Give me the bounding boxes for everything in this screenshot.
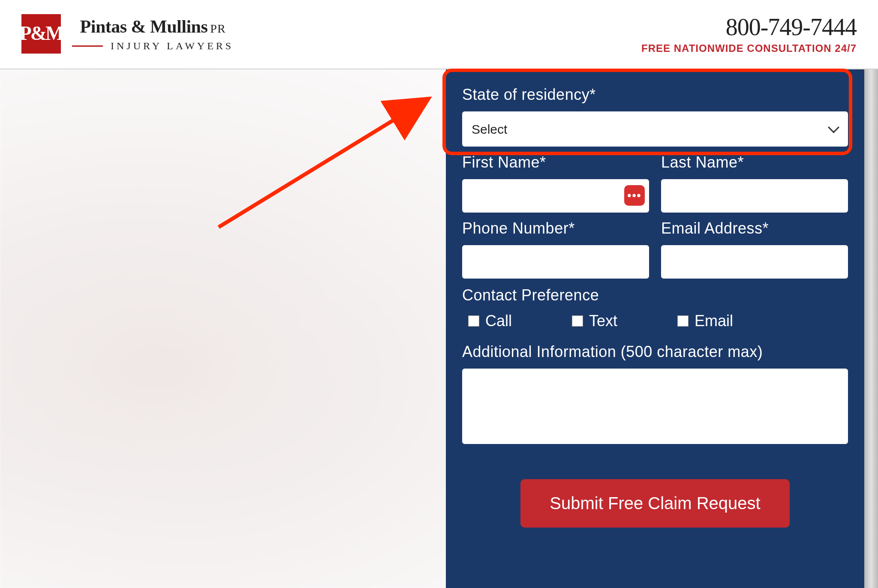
additional-label: Additional Information (500 character ma… <box>462 343 848 361</box>
pref-text-checkbox[interactable] <box>572 315 583 327</box>
contact-pref-group: Call Text Email <box>468 312 848 330</box>
phone-input[interactable] <box>462 245 649 279</box>
phone-number[interactable]: 800-749-7444 <box>641 13 857 41</box>
pref-text-label: Text <box>589 312 617 330</box>
pref-text[interactable]: Text <box>572 312 617 330</box>
header-contact: 800-749-7444 FREE NATIONWIDE CONSULTATIO… <box>641 13 857 54</box>
additional-info-textarea[interactable] <box>462 369 848 444</box>
pref-email[interactable]: Email <box>677 312 733 330</box>
brand[interactable]: P&M Pintas & MullinsPR INJURY LAWYERS <box>21 14 234 54</box>
pref-call[interactable]: Call <box>468 312 512 330</box>
autofill-icon[interactable]: ••• <box>624 185 645 206</box>
site-header: P&M Pintas & MullinsPR INJURY LAWYERS 80… <box>0 0 878 69</box>
pref-email-label: Email <box>695 312 733 330</box>
email-input[interactable] <box>661 245 848 279</box>
first-name-label: First Name* <box>462 153 649 171</box>
state-select[interactable]: Select <box>462 111 848 147</box>
contact-pref-label: Contact Preference <box>462 286 848 304</box>
submit-button[interactable]: Submit Free Claim Request <box>520 479 789 528</box>
last-name-label: Last Name* <box>661 153 848 171</box>
tagline: FREE NATIONWIDE CONSULTATION 24/7 <box>641 42 857 54</box>
hero-section: State of residency* Select First Name* •… <box>0 69 878 588</box>
state-select-wrap: Select <box>462 111 848 147</box>
brand-subtitle: INJURY LAWYERS <box>111 40 234 52</box>
brand-rule-icon <box>72 45 103 47</box>
pref-call-checkbox[interactable] <box>468 315 479 327</box>
state-label: State of residency* <box>462 86 848 104</box>
claim-form: State of residency* Select First Name* •… <box>446 69 864 588</box>
email-label: Email Address* <box>661 219 848 237</box>
brand-text: Pintas & MullinsPR INJURY LAWYERS <box>72 16 234 52</box>
brand-name: Pintas & MullinsPR <box>80 16 226 37</box>
last-name-input[interactable] <box>661 179 848 213</box>
phone-label: Phone Number* <box>462 219 649 237</box>
pref-email-checkbox[interactable] <box>677 315 689 327</box>
first-name-input[interactable] <box>462 179 649 213</box>
pref-call-label: Call <box>485 312 512 330</box>
scrollbar[interactable] <box>864 69 878 588</box>
brand-logo-icon: P&M <box>21 14 61 54</box>
